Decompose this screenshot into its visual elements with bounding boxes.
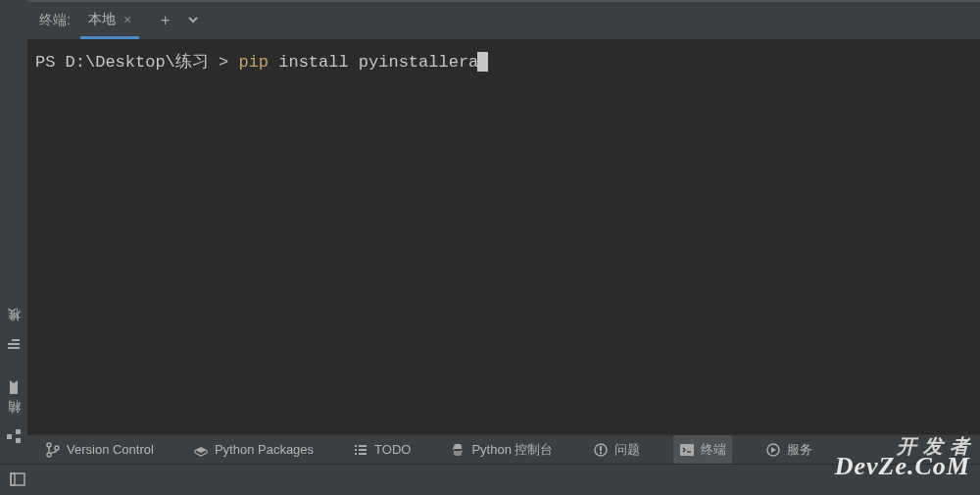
- tab-menu-button[interactable]: [187, 13, 199, 28]
- tool-terminal[interactable]: 终端: [673, 435, 732, 464]
- terminal-tab-local[interactable]: 本地 ×: [80, 2, 139, 39]
- packages-icon: [193, 442, 209, 458]
- svg-rect-7: [600, 446, 602, 451]
- status-bar: [0, 464, 980, 495]
- tool-todo-label: TODO: [374, 442, 411, 457]
- svg-rect-0: [16, 438, 21, 443]
- svg-rect-9: [680, 444, 694, 456]
- close-icon[interactable]: ×: [123, 12, 131, 27]
- sidebar-structure-label: 结构: [5, 422, 23, 424]
- sidebar-structure[interactable]: 结构: [5, 422, 23, 444]
- play-icon: [765, 442, 781, 458]
- svg-point-5: [55, 446, 59, 450]
- terminal-output[interactable]: PS D:\Desktop\练习 > pip install pyinstall…: [27, 39, 980, 434]
- svg-rect-12: [11, 473, 15, 485]
- sidebar-stacks[interactable]: 堆栈: [5, 330, 23, 352]
- tool-python-packages[interactable]: Python Packages: [187, 435, 319, 464]
- window-icon[interactable]: [10, 471, 27, 489]
- tool-todo[interactable]: TODO: [347, 435, 416, 464]
- prompt-path: PS D:\Desktop\练习: [35, 53, 209, 72]
- tool-python-console-label: Python 控制台: [471, 441, 553, 459]
- tool-python-console[interactable]: Python 控制台: [444, 435, 559, 464]
- svg-rect-8: [600, 452, 602, 454]
- tab-controls: +: [161, 12, 199, 29]
- tool-problems-label: 问题: [614, 441, 640, 459]
- chevron-down-icon: [187, 14, 199, 25]
- tab-label: 本地: [88, 11, 116, 28]
- structure-icon: [6, 428, 22, 444]
- tool-terminal-label: 终端: [701, 441, 726, 459]
- panel-label: 终端:: [39, 12, 71, 29]
- prompt-separator: >: [219, 53, 228, 72]
- svg-rect-1: [16, 429, 21, 434]
- todo-icon: [353, 442, 368, 458]
- svg-rect-2: [7, 434, 12, 439]
- sidebar-stacks-label: 堆栈: [5, 330, 23, 332]
- branch-icon: [45, 442, 61, 458]
- svg-rect-11: [11, 473, 24, 485]
- tool-version-control[interactable]: Version Control: [39, 435, 160, 464]
- python-icon: [450, 442, 466, 458]
- warning-icon: [593, 442, 609, 458]
- stacks-icon: [6, 336, 22, 352]
- terminal-icon: [679, 442, 695, 458]
- bookmark-icon: [6, 379, 22, 395]
- tool-problems[interactable]: 问题: [587, 435, 646, 464]
- command-args: install pyinstallera: [269, 53, 478, 72]
- tool-services[interactable]: 服务: [760, 435, 818, 464]
- tool-python-packages-label: Python Packages: [215, 442, 314, 457]
- sidebar-bookmarks[interactable]: [6, 379, 22, 395]
- add-tab-button[interactable]: +: [161, 12, 170, 29]
- left-gutter: 堆栈 结构: [0, 0, 27, 464]
- tool-version-control-label: Version Control: [67, 442, 154, 457]
- terminal-header: 终端: 本地 × +: [27, 0, 980, 39]
- tool-services-label: 服务: [787, 441, 812, 459]
- svg-point-3: [47, 443, 51, 447]
- cursor: [477, 52, 488, 72]
- bottom-toolbar: Version Control Python Packages TODO Pyt…: [27, 434, 980, 464]
- command-pip: pip: [238, 53, 269, 72]
